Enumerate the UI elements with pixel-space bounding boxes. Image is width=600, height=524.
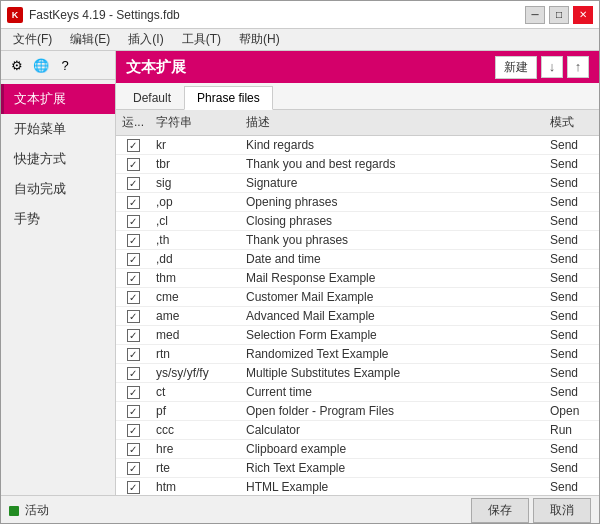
- table-row[interactable]: ,th Thank you phrases Send: [116, 231, 599, 250]
- row-checkbox[interactable]: [116, 174, 150, 193]
- checkbox-icon[interactable]: [127, 291, 140, 304]
- table-row[interactable]: ,dd Date and time Send: [116, 250, 599, 269]
- checkbox-icon[interactable]: [127, 139, 140, 152]
- menu-bar: 文件(F) 编辑(E) 插入(I) 工具(T) 帮助(H): [1, 29, 599, 51]
- row-checkbox[interactable]: [116, 212, 150, 231]
- table-row[interactable]: ame Advanced Mail Example Send: [116, 307, 599, 326]
- checkbox-icon[interactable]: [127, 158, 140, 171]
- table-row[interactable]: rte Rich Text Example Send: [116, 459, 599, 478]
- row-mode: Send: [544, 193, 599, 212]
- row-char: ,op: [150, 193, 240, 212]
- row-checkbox[interactable]: [116, 269, 150, 288]
- table-row[interactable]: ccc Calculator Run: [116, 421, 599, 440]
- table-row[interactable]: hre Clipboard example Send: [116, 440, 599, 459]
- row-checkbox[interactable]: [116, 326, 150, 345]
- checkbox-icon[interactable]: [127, 215, 140, 228]
- row-char: ,cl: [150, 212, 240, 231]
- tab-default[interactable]: Default: [120, 86, 184, 109]
- row-checkbox[interactable]: [116, 459, 150, 478]
- tab-phrase-files[interactable]: Phrase files: [184, 86, 273, 110]
- checkbox-icon[interactable]: [127, 234, 140, 247]
- checkbox-icon[interactable]: [127, 348, 140, 361]
- table-row[interactable]: pf Open folder - Program Files Open: [116, 402, 599, 421]
- row-checkbox[interactable]: [116, 288, 150, 307]
- checkbox-icon[interactable]: [127, 462, 140, 475]
- checkbox-icon[interactable]: [127, 310, 140, 323]
- row-desc: Closing phrases: [240, 212, 544, 231]
- row-checkbox[interactable]: [116, 402, 150, 421]
- minimize-button[interactable]: ─: [525, 6, 545, 24]
- table-row[interactable]: htm HTML Example Send: [116, 478, 599, 496]
- table-row[interactable]: med Selection Form Example Send: [116, 326, 599, 345]
- close-button[interactable]: ✕: [573, 6, 593, 24]
- row-checkbox[interactable]: [116, 231, 150, 250]
- sidebar-item-text-expand[interactable]: 文本扩展: [1, 84, 115, 114]
- menu-help[interactable]: 帮助(H): [231, 29, 288, 50]
- menu-insert[interactable]: 插入(I): [120, 29, 171, 50]
- row-mode: Send: [544, 478, 599, 496]
- row-desc: Clipboard example: [240, 440, 544, 459]
- menu-edit[interactable]: 编辑(E): [62, 29, 118, 50]
- checkbox-icon[interactable]: [127, 177, 140, 190]
- tab-bar: Default Phrase files: [116, 83, 599, 110]
- table-row[interactable]: ,op Opening phrases Send: [116, 193, 599, 212]
- sidebar-item-gestures[interactable]: 手势: [1, 204, 115, 234]
- down-icon[interactable]: ↓: [541, 56, 563, 78]
- col-header-mode: 模式: [544, 110, 599, 136]
- globe-icon[interactable]: 🌐: [31, 55, 51, 75]
- menu-tools[interactable]: 工具(T): [174, 29, 229, 50]
- checkbox-icon[interactable]: [127, 424, 140, 437]
- checkbox-icon[interactable]: [127, 272, 140, 285]
- checkbox-icon[interactable]: [127, 329, 140, 342]
- sidebar-item-start-menu[interactable]: 开始菜单: [1, 114, 115, 144]
- settings-icon[interactable]: ⚙: [7, 55, 27, 75]
- table-row[interactable]: thm Mail Response Example Send: [116, 269, 599, 288]
- row-char: hre: [150, 440, 240, 459]
- cancel-button[interactable]: 取消: [533, 498, 591, 523]
- table-row[interactable]: kr Kind regards Send: [116, 136, 599, 155]
- row-checkbox[interactable]: [116, 478, 150, 496]
- row-mode: Send: [544, 250, 599, 269]
- table-row[interactable]: ,cl Closing phrases Send: [116, 212, 599, 231]
- row-checkbox[interactable]: [116, 193, 150, 212]
- new-button[interactable]: 新建: [495, 56, 537, 79]
- row-desc: Kind regards: [240, 136, 544, 155]
- row-mode: Send: [544, 383, 599, 402]
- checkbox-icon[interactable]: [127, 443, 140, 456]
- row-checkbox[interactable]: [116, 383, 150, 402]
- row-checkbox[interactable]: [116, 345, 150, 364]
- row-checkbox[interactable]: [116, 421, 150, 440]
- table-row[interactable]: sig Signature Send: [116, 174, 599, 193]
- row-checkbox[interactable]: [116, 136, 150, 155]
- checkbox-icon[interactable]: [127, 253, 140, 266]
- checkbox-icon[interactable]: [127, 386, 140, 399]
- entries-table: 运... 字符串 描述 模式 kr Kind regards Send tbr …: [116, 110, 599, 495]
- row-char: ame: [150, 307, 240, 326]
- row-mode: Send: [544, 269, 599, 288]
- checkbox-icon[interactable]: [127, 481, 140, 494]
- menu-file[interactable]: 文件(F): [5, 29, 60, 50]
- maximize-button[interactable]: □: [549, 6, 569, 24]
- row-checkbox[interactable]: [116, 364, 150, 383]
- help-icon[interactable]: ?: [55, 55, 75, 75]
- table-row[interactable]: rtn Randomized Text Example Send: [116, 345, 599, 364]
- checkbox-icon[interactable]: [127, 196, 140, 209]
- sidebar-item-autocomplete[interactable]: 自动完成: [1, 174, 115, 204]
- row-checkbox[interactable]: [116, 250, 150, 269]
- checkbox-icon[interactable]: [127, 405, 140, 418]
- status-label: 活动: [25, 502, 49, 519]
- row-checkbox[interactable]: [116, 307, 150, 326]
- save-button[interactable]: 保存: [471, 498, 529, 523]
- checkbox-icon[interactable]: [127, 367, 140, 380]
- table-row[interactable]: tbr Thank you and best regards Send: [116, 155, 599, 174]
- row-desc: HTML Example: [240, 478, 544, 496]
- sidebar-item-shortcuts[interactable]: 快捷方式: [1, 144, 115, 174]
- table-row[interactable]: ys/sy/yf/fy Multiple Substitutes Example…: [116, 364, 599, 383]
- row-checkbox[interactable]: [116, 155, 150, 174]
- table-row[interactable]: cme Customer Mail Example Send: [116, 288, 599, 307]
- status-buttons: 保存 取消: [471, 498, 591, 523]
- table-row[interactable]: ct Current time Send: [116, 383, 599, 402]
- title-bar-left: K FastKeys 4.19 - Settings.fdb: [7, 7, 180, 23]
- up-icon[interactable]: ↑: [567, 56, 589, 78]
- row-checkbox[interactable]: [116, 440, 150, 459]
